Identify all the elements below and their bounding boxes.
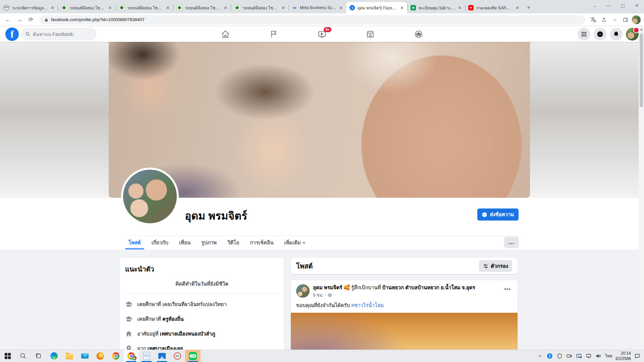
tab-posts[interactable]: โพสต์	[123, 236, 146, 249]
close-tab-icon[interactable]: ✕	[166, 5, 170, 10]
tab-photos[interactable]: รูปภาพ	[196, 236, 222, 249]
cover-photo[interactable]	[109, 42, 530, 198]
tray-expand-chevron[interactable]	[537, 353, 543, 359]
post-author-avatar[interactable]	[296, 284, 310, 298]
apps-menu-button[interactable]	[578, 28, 590, 41]
messenger-button[interactable]	[594, 28, 606, 41]
browser-tab[interactable]: รถยนต์มือสอง โชตดูณโช ✕	[115, 2, 173, 13]
profile-picture[interactable]	[121, 168, 179, 225]
search-icon	[20, 353, 26, 359]
translate-icon[interactable]	[589, 15, 598, 24]
browser-tab-active[interactable]: f อุดม พรมจิตร์| Facebook ✕	[346, 2, 407, 13]
tab-about[interactable]: เกี่ยวกับ	[146, 236, 174, 249]
page-scrollbar[interactable]: ▲	[639, 26, 644, 350]
close-tab-icon[interactable]: ✕	[51, 5, 54, 10]
close-tab-icon[interactable]: ✕	[108, 5, 112, 10]
camera-icon	[566, 353, 572, 359]
network-tray-icon[interactable]	[585, 353, 592, 359]
taskbar-clock[interactable]: 20:14 3/2/2566	[615, 351, 631, 361]
post-time[interactable]: 9 ชม.	[313, 292, 324, 299]
pages-tab[interactable]	[267, 30, 280, 39]
browser-tab[interactable]: รถยนต์มือสอง โชตดูณโช ✕	[58, 2, 115, 13]
share-icon[interactable]	[600, 15, 608, 24]
close-window-button[interactable]: ✕	[630, 0, 644, 11]
post-feeling-text: รู้สึกเบิกบานที่	[351, 285, 381, 290]
bluetooth-tray-icon[interactable]	[546, 353, 553, 359]
language-indicator[interactable]: ไทย	[605, 353, 612, 359]
side-panel-icon[interactable]	[621, 15, 630, 24]
new-tab-button[interactable]: +	[524, 3, 533, 12]
scrollbar-thumb[interactable]	[640, 34, 643, 107]
tab-friends[interactable]: เพื่อน	[174, 236, 196, 249]
taskbar-notepad[interactable]	[139, 350, 154, 362]
search-input[interactable]	[32, 31, 87, 37]
browser-tab[interactable]: ∞ Meta Business Suite ✕	[288, 2, 346, 13]
flag-icon	[269, 30, 278, 39]
security-tray-icon[interactable]	[556, 353, 563, 359]
home-tab[interactable]	[219, 30, 232, 39]
line-icon: LINE	[189, 352, 197, 360]
taskbar-mail[interactable]	[77, 350, 93, 362]
reload-button[interactable]: ⟳	[26, 15, 36, 24]
taskbar-photos[interactable]	[154, 350, 170, 362]
tab-videos[interactable]: วิดีโอ	[222, 236, 245, 249]
taskbar-chrome-active[interactable]	[123, 350, 139, 362]
groups-tab[interactable]	[412, 30, 425, 39]
minimize-button[interactable]: —	[602, 0, 616, 11]
home-icon	[125, 330, 133, 338]
marketplace-tab[interactable]	[364, 30, 377, 39]
facebook-logo-icon[interactable]: f	[5, 27, 19, 41]
taskbar-line[interactable]: LINE	[185, 350, 201, 362]
browser-tab[interactable]: รถยนต์มือสอง โชตดูณโช ✕	[231, 2, 288, 13]
tab-checkins[interactable]: การเช็คอิน	[245, 236, 279, 249]
taskbar-firefox[interactable]	[93, 350, 108, 362]
volume-tray-icon[interactable]	[595, 353, 602, 359]
back-button[interactable]: ←	[3, 15, 13, 24]
close-tab-icon[interactable]: ✕	[516, 5, 519, 10]
browser-profile-avatar[interactable]	[632, 15, 641, 24]
post-options-button[interactable]: •••	[503, 284, 512, 299]
facebook-search[interactable]	[21, 28, 97, 41]
browser-tab[interactable]: รวมเพลงฮิต SARAN เพล ✕	[465, 2, 523, 13]
maximize-button[interactable]: ▢	[616, 0, 630, 11]
post-place[interactable]: บ้านหยวก ตำบลบ้านหยวก อ.น้ำโสม จ.อุดร	[382, 285, 475, 290]
taskbar-chrome[interactable]	[108, 350, 123, 362]
meet-now-tray-icon[interactable]	[566, 353, 573, 359]
tab-title: รถยนต์มือสอง โชตดูณโช	[243, 5, 279, 11]
taskbar-edge[interactable]	[46, 350, 62, 362]
browser-tab[interactable]: ✚ ทะเบียนคุม Sall ระบบออน ✕	[407, 2, 465, 13]
post-hashtag-link[interactable]: #ชาวไร่น้ำโสม	[351, 302, 384, 308]
browser-tab[interactable]: รถยนต์มือสอง โชตดูณโช ✕	[173, 2, 231, 13]
notifications-button[interactable]	[610, 28, 623, 41]
tab-search-icon[interactable]: ⌄	[588, 0, 602, 11]
taskbar-search-button[interactable]	[15, 350, 31, 362]
profile-more-button[interactable]: ...	[504, 237, 519, 248]
start-button[interactable]	[0, 350, 15, 362]
tab-more[interactable]: เพิ่มเติม ▼	[279, 236, 311, 249]
send-message-button[interactable]: ส่งข้อความ	[477, 208, 519, 221]
site-favicon	[234, 5, 240, 11]
graphics-tray-icon[interactable]	[576, 353, 582, 359]
action-center-button[interactable]	[634, 353, 641, 359]
account-avatar[interactable]	[626, 28, 639, 41]
forward-button[interactable]: →	[15, 15, 24, 24]
close-tab-icon[interactable]: ✕	[458, 5, 462, 10]
task-view-button[interactable]	[31, 350, 46, 362]
edge-icon	[50, 352, 58, 360]
bookmark-star-icon[interactable]: ☆	[610, 15, 619, 24]
post-image[interactable]	[291, 313, 518, 353]
close-tab-icon[interactable]: ✕	[339, 5, 343, 10]
close-tab-icon[interactable]: ✕	[224, 5, 227, 10]
post-author-name[interactable]: อุดม พรมจิตร์	[313, 285, 342, 290]
close-tab-icon[interactable]: ✕	[400, 5, 404, 10]
intro-item-text: เคยศึกษาที่ ครูท้องถิ่น	[137, 315, 184, 323]
browser-tab[interactable]: ระบบจัดการข้อมูล บริษัท โ ✕	[0, 2, 58, 13]
globe-privacy-icon	[328, 293, 332, 297]
scroll-up-arrow[interactable]: ▲	[640, 27, 643, 31]
filter-button[interactable]: ตัวกรอง	[479, 260, 512, 272]
address-bar[interactable]: facebook.com/profile.php?id=100008907638…	[40, 15, 585, 24]
close-tab-icon[interactable]: ✕	[281, 5, 285, 10]
taskbar-file-explorer[interactable]	[62, 350, 77, 362]
taskbar-snipping-tool[interactable]: ✂	[170, 350, 185, 362]
watch-tab[interactable]: 9+	[315, 30, 329, 39]
